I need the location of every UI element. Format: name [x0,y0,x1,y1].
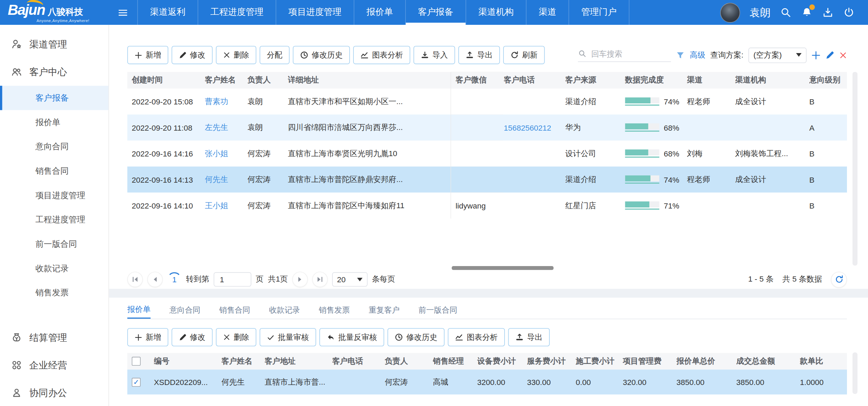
col-equipment-subtotal[interactable]: 设备费小计 [477,353,527,369]
col-owner[interactable]: 负责人 [248,72,288,89]
goto-page-input[interactable] [214,272,251,287]
sidebar-group-channel-mgmt[interactable]: 渠道管理 [0,30,109,58]
download-icon[interactable] [822,7,834,18]
sidebar-group-enterprise[interactable]: 企业经营 [0,351,109,379]
detail-chart-analysis-button[interactable]: 图表分析 [448,328,505,346]
sidebar-item-customer-report[interactable]: 客户报备 [0,86,109,110]
sidebar-item-sales-contract[interactable]: 销售合同 [0,159,109,183]
sidebar-item-intent-contract[interactable]: 意向合同 [0,134,109,159]
detail-tab-payment-records[interactable]: 收款记录 [269,302,300,319]
col-number[interactable]: 编号 [154,353,221,369]
detail-tab-previous-contract[interactable]: 前一版合同 [419,302,457,319]
table-row[interactable]: 2022-09-16 14:16 张小姐 何宏涛 直辖市上海市奉贤区光明九胤10… [127,141,847,166]
current-page-button[interactable]: 1 [167,272,182,287]
nav-tab-3[interactable]: 项目进度管理 [276,0,353,25]
col-completeness[interactable]: 数据完成度 [625,72,687,89]
add-scheme-icon[interactable] [811,51,820,60]
edit-history-button[interactable]: 修改历史 [293,46,350,64]
customer-name-link[interactable]: 曹素功 [205,97,228,106]
table-row[interactable]: 2022-09-20 11:08 左先生 袁朗 四川省绵阳市涪城区万向西界莎..… [127,114,847,140]
sidebar-item-payment-records[interactable]: 收款记录 [0,256,109,281]
query-scheme-select[interactable]: (空方案) [748,47,807,63]
col-sales-manager[interactable]: 销售经理 [433,353,477,369]
customer-name-link[interactable]: 何先生 [205,174,228,184]
customer-name-link[interactable]: 王小姐 [205,201,228,211]
sidebar-item-engineering-progress[interactable]: 工程进度管理 [0,207,109,232]
detail-delete-button[interactable]: 删除 [216,328,256,346]
col-channel[interactable]: 渠道 [687,72,735,89]
prev-page-button[interactable] [147,272,163,287]
sidebar-item-quotation[interactable]: 报价单 [0,110,109,134]
row-checkbox-checked[interactable]: ✓ [132,378,141,387]
power-icon[interactable] [843,7,855,18]
detail-tab-sales-contract[interactable]: 销售合同 [219,302,250,319]
quotation-row-selected[interactable]: ✓ XSDD202209... 何先生 直辖市上海市普... 何宏涛 高城 32… [127,369,847,394]
detail-tab-intent-contract[interactable]: 意向合同 [169,302,200,319]
search-input[interactable] [590,48,664,58]
chart-analysis-button[interactable]: 图表分析 [353,46,410,64]
vertical-scrollbar-track[interactable] [852,72,857,266]
first-page-button[interactable] [127,272,143,287]
page-size-select[interactable]: 20 [332,272,368,287]
table-row[interactable]: 2022-09-16 14:10 王小姐 何宏涛 直辖市上海市普陀区中海臻如府1… [127,193,847,219]
filter-funnel-icon[interactable] [676,51,685,60]
col-quotation-total[interactable]: 报价单总价 [677,353,736,369]
col-project-mgmt-fee[interactable]: 项目管理费 [623,353,677,369]
advanced-search-link[interactable]: 高级 [690,50,705,60]
vertical-scrollbar-track[interactable] [852,353,857,394]
edit-button[interactable]: 修改 [172,46,213,64]
sidebar-group-settlement[interactable]: 结算管理 [0,324,109,351]
col-deal-total[interactable]: 成交总金额 [736,353,800,369]
col-channel-org[interactable]: 渠道机构 [735,72,809,89]
col-wechat[interactable]: 客户微信 [451,72,503,89]
delete-scheme-icon[interactable] [839,51,847,59]
customer-name-link[interactable]: 张小姐 [205,149,228,159]
assign-button[interactable]: 分配 [260,46,290,64]
col-phone[interactable]: 客户电话 [504,72,565,89]
col-customer-name[interactable]: 客户姓名 [205,72,248,89]
col-source[interactable]: 客户来源 [565,72,625,89]
col-customer-address[interactable]: 客户地址 [265,353,332,369]
sidebar-item-project-progress[interactable]: 项目进度管理 [0,183,109,207]
sidebar-group-customer-center[interactable]: 客户中心 [0,58,109,86]
nav-tab-6[interactable]: 渠道机构 [466,0,526,25]
nav-tab-7[interactable]: 渠道 [526,0,569,25]
table-row[interactable]: 2022-09-20 15:08 曹素功 袁朗 直辖市天津市和平区如期小区一..… [127,89,847,114]
nav-tab-1[interactable]: 渠道返利 [137,0,198,25]
menu-toggle-button[interactable] [109,0,137,25]
nav-tab-4[interactable]: 报价单 [354,0,405,25]
refresh-button[interactable]: 刷新 [503,46,545,64]
detail-tab-duplicate-customers[interactable]: 重复客户 [369,302,400,319]
col-customer-phone[interactable]: 客户电话 [332,353,385,369]
detail-edit-button[interactable]: 修改 [172,328,213,346]
detail-add-button[interactable]: 新增 [127,328,168,346]
edit-scheme-icon[interactable] [825,51,834,60]
sidebar-item-previous-contract[interactable]: 前一版合同 [0,232,109,256]
import-button[interactable]: 导入 [413,46,455,64]
phone-link[interactable]: 15682560212 [504,123,551,132]
next-page-button[interactable] [292,272,308,287]
nav-tab-5-active[interactable]: 客户报备 [405,0,466,25]
nav-tab-8[interactable]: 管理门户 [569,0,630,25]
detail-export-button[interactable]: 导出 [508,328,550,346]
batch-approve-button[interactable]: 批量审核 [260,328,316,346]
col-customer-name[interactable]: 客户姓名 [221,353,265,369]
col-address[interactable]: 详细地址 [288,72,451,89]
delete-button[interactable]: 删除 [216,46,256,64]
col-payment-ratio[interactable]: 款单比 [800,353,847,369]
horizontal-scrollbar-thumb[interactable] [452,266,553,270]
last-page-button[interactable] [312,272,328,287]
refresh-list-button[interactable] [831,271,847,287]
detail-tab-quotation-active[interactable]: 报价单 [127,302,150,319]
col-intent-level[interactable]: 意向级别 [809,72,842,89]
export-button[interactable]: 导出 [458,46,500,64]
table-row-selected[interactable]: 2022-09-16 14:13 何先生 何宏涛 直辖市上海市普陀区静鼎安邦府.… [127,166,847,192]
user-avatar[interactable] [720,2,740,22]
col-service-subtotal[interactable]: 服务费小计 [527,353,576,369]
col-construction-subtotal[interactable]: 施工费小计 [576,353,622,369]
col-owner[interactable]: 负责人 [385,353,433,369]
detail-tab-sales-invoice[interactable]: 销售发票 [319,302,350,319]
customer-name-link[interactable]: 左先生 [205,123,228,133]
detail-edit-history-button[interactable]: 修改历史 [388,328,445,346]
search-icon[interactable] [780,7,792,18]
